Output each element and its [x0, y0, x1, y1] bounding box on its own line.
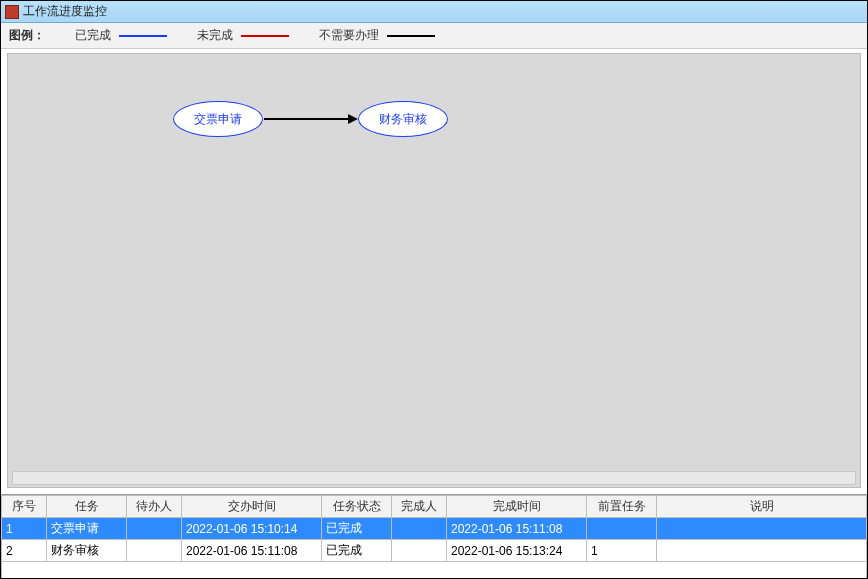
col-status[interactable]: 任务状态 [322, 496, 392, 518]
legend-bar: 图例： 已完成 未完成 不需要办理 [1, 23, 867, 49]
legend-text: 已完成 [75, 27, 111, 44]
table-row[interactable]: 1 交票申请 2022-01-06 15:10:14 已完成 2022-01-0… [2, 518, 867, 540]
cell-seq: 2 [2, 540, 47, 562]
cell-pre [587, 518, 657, 540]
legend-item-notrequired: 不需要办理 [319, 27, 435, 44]
col-complete-time[interactable]: 完成时间 [447, 496, 587, 518]
app-icon [5, 5, 19, 19]
node-finance-review[interactable]: 财务审核 [358, 101, 448, 137]
table-row-empty [2, 562, 867, 580]
col-task[interactable]: 任务 [47, 496, 127, 518]
title-bar: 工作流进度监控 [1, 1, 867, 23]
table-header: 序号 任务 待办人 交办时间 任务状态 完成人 完成时间 前置任务 说明 [2, 496, 867, 518]
col-assignee[interactable]: 待办人 [127, 496, 182, 518]
legend-line-incomplete [241, 35, 289, 37]
col-pre[interactable]: 前置任务 [587, 496, 657, 518]
cell-assign-time: 2022-01-06 15:10:14 [182, 518, 322, 540]
cell-desc [657, 518, 867, 540]
workflow-diagram[interactable]: 交票申请 财务审核 [7, 53, 861, 488]
legend-line-notrequired [387, 35, 435, 37]
node-label: 财务审核 [379, 111, 427, 128]
cell-pre: 1 [587, 540, 657, 562]
col-desc[interactable]: 说明 [657, 496, 867, 518]
legend-item-incomplete: 未完成 [197, 27, 289, 44]
horizontal-scrollbar[interactable] [12, 471, 856, 485]
node-apply[interactable]: 交票申请 [173, 101, 263, 137]
task-table[interactable]: 序号 任务 待办人 交办时间 任务状态 完成人 完成时间 前置任务 说明 1 交… [1, 495, 867, 579]
col-completer[interactable]: 完成人 [392, 496, 447, 518]
table-row[interactable]: 2 财务审核 2022-01-06 15:11:08 已完成 2022-01-0… [2, 540, 867, 562]
col-seq[interactable]: 序号 [2, 496, 47, 518]
legend-label: 图例： [9, 27, 45, 44]
cell-desc [657, 540, 867, 562]
window-title: 工作流进度监控 [23, 3, 107, 20]
node-label: 交票申请 [194, 111, 242, 128]
cell-complete-time: 2022-01-06 15:11:08 [447, 518, 587, 540]
cell-assignee [127, 518, 182, 540]
legend-text: 不需要办理 [319, 27, 379, 44]
cell-assign-time: 2022-01-06 15:11:08 [182, 540, 322, 562]
legend-text: 未完成 [197, 27, 233, 44]
cell-status: 已完成 [322, 540, 392, 562]
cell-task: 交票申请 [47, 518, 127, 540]
task-table-wrap: 序号 任务 待办人 交办时间 任务状态 完成人 完成时间 前置任务 说明 1 交… [1, 494, 867, 579]
cell-completer [392, 518, 447, 540]
col-assign-time[interactable]: 交办时间 [182, 496, 322, 518]
cell-seq: 1 [2, 518, 47, 540]
cell-task: 财务审核 [47, 540, 127, 562]
legend-item-completed: 已完成 [75, 27, 167, 44]
cell-status: 已完成 [322, 518, 392, 540]
arrow-head-icon [348, 114, 358, 124]
legend-line-completed [119, 35, 167, 37]
cell-complete-time: 2022-01-06 15:13:24 [447, 540, 587, 562]
edge-line [264, 118, 349, 120]
cell-assignee [127, 540, 182, 562]
cell-completer [392, 540, 447, 562]
